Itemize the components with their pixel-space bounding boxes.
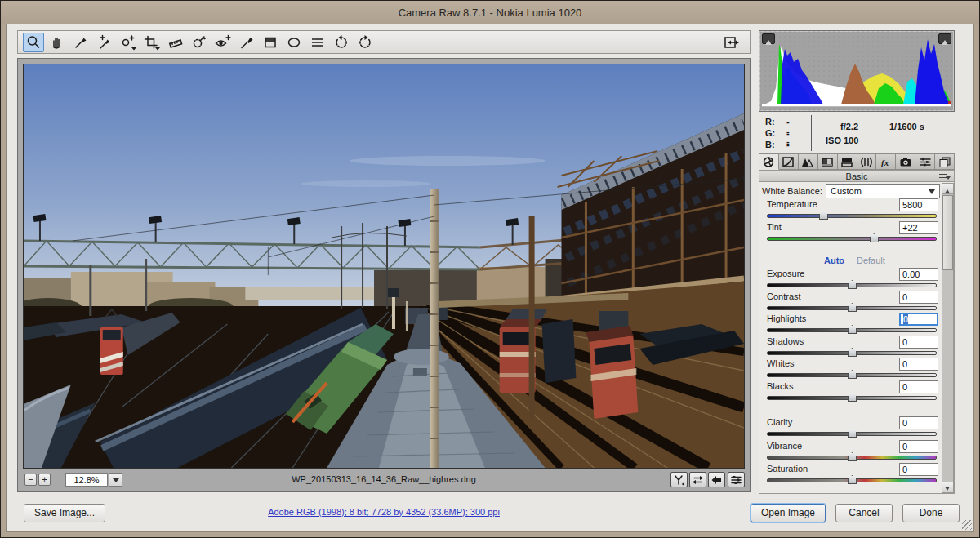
tab-split-toning[interactable]: [838, 153, 858, 170]
done-button[interactable]: Done: [902, 504, 960, 522]
slider-thumb[interactable]: [848, 475, 857, 484]
tint-slider[interactable]: [767, 237, 937, 241]
slider-thumb[interactable]: [870, 233, 879, 242]
white-balance-select[interactable]: Custom: [826, 184, 940, 198]
auto-link[interactable]: Auto: [824, 256, 844, 265]
tint-input[interactable]: +22: [899, 221, 938, 234]
exposure-input[interactable]: 0.00: [899, 268, 938, 281]
histogram-plot: [760, 31, 954, 111]
tab-camera-calibration[interactable]: [896, 153, 915, 170]
tab-hsl-grayscale[interactable]: [818, 153, 838, 170]
blacks-input[interactable]: 0: [899, 380, 938, 393]
swap-arrows-icon: [692, 474, 704, 486]
open-image-button[interactable]: Open Image: [751, 504, 826, 522]
radial-filter-tool-button[interactable]: [283, 33, 305, 52]
vibrance-label: Vibrance: [767, 441, 802, 451]
targeted-adjustment-tool-button[interactable]: [118, 33, 139, 52]
tone-curve-icon: [782, 156, 795, 168]
cancel-button[interactable]: Cancel: [835, 504, 893, 522]
graduated-filter-icon: [262, 34, 278, 51]
settings-scrollbar[interactable]: [942, 183, 954, 493]
red-eye-removal-tool-button[interactable]: [212, 33, 234, 52]
whites-input[interactable]: 0: [899, 358, 938, 371]
straighten-tool-button[interactable]: [165, 33, 186, 52]
white-balance-tool-button[interactable]: [70, 33, 91, 52]
shadow-clipping-button[interactable]: [762, 33, 775, 44]
radial-filter-icon: [286, 34, 302, 51]
slider-thumb[interactable]: [848, 452, 857, 461]
temperature-input[interactable]: 5800: [899, 198, 938, 211]
window-title: Camera Raw 8.7.1 - Nokia Lumia 1020: [399, 7, 582, 19]
toggle-fullscreen-button[interactable]: [721, 33, 742, 52]
saturation-label: Saturation: [767, 464, 808, 474]
vibrance-input[interactable]: 0: [899, 440, 938, 453]
tab-basic[interactable]: [759, 153, 779, 170]
whites-slider[interactable]: [767, 373, 937, 377]
tab-snapshots[interactable]: [935, 153, 955, 170]
swap-before-after-button[interactable]: [689, 472, 706, 487]
adjustment-brush-tool-button[interactable]: [236, 33, 257, 52]
slider-thumb[interactable]: [848, 280, 857, 289]
saturation-input[interactable]: 0: [899, 463, 938, 476]
tab-tone-curve[interactable]: [779, 153, 799, 170]
slider-thumb[interactable]: [848, 325, 857, 334]
rotate-ccw-button[interactable]: [331, 33, 352, 52]
scroll-down-arrow[interactable]: [942, 482, 953, 492]
highlights-input[interactable]: 0: [899, 313, 938, 326]
tab-presets[interactable]: [915, 153, 935, 170]
lens-icon: [860, 156, 873, 168]
vibrance-slider[interactable]: [767, 456, 937, 460]
toggle-settings-button[interactable]: [728, 472, 745, 487]
blacks-slider[interactable]: [767, 396, 937, 400]
exposure-slider[interactable]: [767, 283, 937, 287]
eyedropper-icon: [73, 34, 89, 51]
toolbar: [17, 30, 751, 54]
copy-settings-button[interactable]: [708, 472, 725, 487]
tab-lens-corrections[interactable]: [858, 153, 877, 170]
tab-effects[interactable]: fx: [876, 153, 896, 170]
panel-menu-icon[interactable]: [939, 173, 951, 180]
slider-thumb[interactable]: [848, 303, 857, 312]
shadows-label: Shadows: [767, 336, 804, 346]
color-sampler-tool-button[interactable]: [94, 33, 115, 52]
tint-label: Tint: [767, 222, 782, 232]
zoom-tool-button[interactable]: [23, 33, 44, 52]
before-after-view-button[interactable]: [670, 472, 688, 487]
slider-thumb[interactable]: [848, 393, 857, 402]
resize-grip[interactable]: [962, 520, 972, 530]
saturation-slider[interactable]: [767, 478, 937, 482]
slider-thumb[interactable]: [848, 370, 857, 379]
slider-row-saturation: Saturation 0: [764, 463, 940, 484]
preferences-tool-button[interactable]: [307, 33, 328, 52]
temperature-slider[interactable]: [767, 214, 937, 218]
rotate-cw-button[interactable]: [354, 33, 376, 52]
default-link[interactable]: Default: [857, 256, 885, 265]
highlight-clipping-button[interactable]: [938, 33, 951, 44]
slider-thumb[interactable]: [848, 348, 857, 357]
shadows-slider[interactable]: [767, 351, 937, 355]
preview-footer: − + 12.8% WP_20150313_16_14_36_Raw__high…: [18, 469, 750, 491]
photo-train-yard[interactable]: [23, 64, 745, 469]
crop-tool-button[interactable]: [141, 33, 163, 52]
workflow-options-link[interactable]: Adobe RGB (1998); 8 bit; 7728 by 4352 (3…: [1, 507, 767, 517]
clarity-slider[interactable]: [767, 432, 937, 436]
highlights-slider[interactable]: [767, 328, 937, 332]
contrast-input[interactable]: 0: [899, 291, 938, 304]
spot-removal-tool-button[interactable]: [189, 33, 210, 52]
clarity-input[interactable]: 0: [899, 416, 938, 429]
scrollbar-thumb[interactable]: [942, 195, 953, 270]
slider-row-clarity: Clarity 0: [764, 416, 940, 438]
exif-info: R:--- G:--- B:--- f/2.2 1/1600 s ISO 100: [759, 115, 955, 151]
shadows-input[interactable]: 0: [899, 336, 938, 349]
slider-thumb[interactable]: [819, 211, 828, 220]
scroll-up-arrow[interactable]: [942, 184, 953, 194]
basic-panel-header: Basic: [759, 170, 955, 182]
slider-thumb[interactable]: [848, 429, 857, 438]
spot-removal-icon: [191, 34, 207, 51]
tab-detail[interactable]: [799, 153, 818, 170]
graduated-filter-tool-button[interactable]: [260, 33, 281, 52]
contrast-slider[interactable]: [767, 306, 937, 310]
hsl-icon: [821, 156, 834, 168]
red-eye-icon: [214, 34, 232, 51]
hand-tool-button[interactable]: [47, 33, 68, 52]
